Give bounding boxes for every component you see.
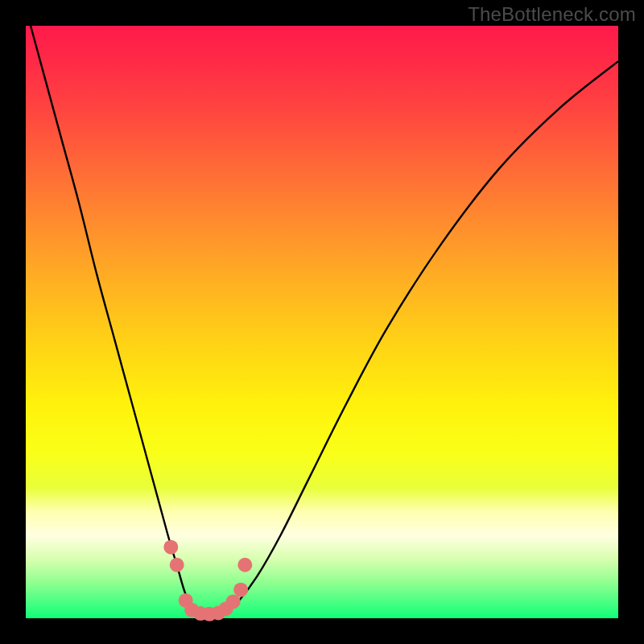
marker-group: [163, 540, 252, 621]
data-marker: [226, 594, 241, 609]
data-marker: [170, 558, 184, 572]
data-marker: [237, 558, 252, 572]
bottleneck-curve: [26, 8, 618, 616]
watermark-label: TheBottleneck.com: [468, 3, 636, 26]
data-marker: [233, 583, 248, 597]
chart-svg: [26, 26, 618, 618]
plot-area: [26, 26, 618, 618]
data-marker: [163, 540, 178, 555]
chart-frame: TheBottleneck.com: [0, 0, 644, 644]
